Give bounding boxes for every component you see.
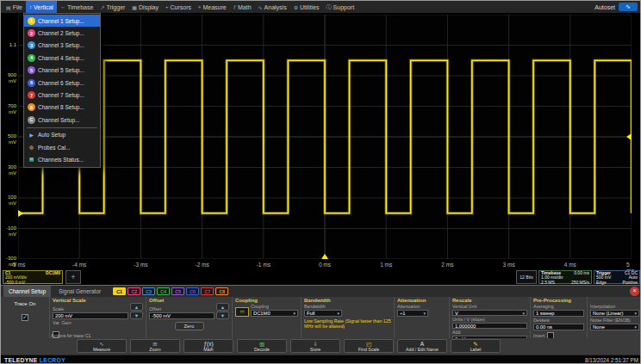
menu-item-channel-7-setup[interactable]: 7Channel 7 Setup... xyxy=(24,89,100,101)
menu-label: Math xyxy=(238,4,252,10)
x-axis-label: 0 ms xyxy=(319,262,331,268)
menu-cursors[interactable]: +Cursors xyxy=(162,1,195,13)
y-axis-label: 700 mV xyxy=(1,103,16,115)
add-field[interactable]: 0 μV xyxy=(452,336,527,338)
timebase-menu-icon: ↔ xyxy=(60,4,65,9)
dialog-header: Channel Setup Signal Generator C1C2C3C4C… xyxy=(1,286,641,297)
channel-chip-c2[interactable]: C2 xyxy=(128,287,140,295)
menu-item-label: Channel 2 Setup... xyxy=(38,30,84,36)
offset-value-field[interactable]: -500 mV xyxy=(149,312,215,319)
close-dialog-icon[interactable] xyxy=(630,287,639,296)
menu-analysis[interactable]: ∿Analysis xyxy=(255,1,290,13)
channel-chip-c3[interactable]: C3 xyxy=(142,287,155,295)
vertical-unit-dropdown[interactable]: V xyxy=(452,310,527,316)
menu-support[interactable]: ⓘSupport xyxy=(323,1,358,13)
scale-increase-button[interactable] xyxy=(130,303,143,311)
channel-chip-c7[interactable]: C7 xyxy=(201,287,214,295)
menu-right: Autoset xyxy=(594,1,640,13)
deskew-field[interactable]: 0.00 ns xyxy=(533,324,584,330)
add-value: 0 μV xyxy=(455,336,465,339)
bandwidth-dropdown[interactable]: Full xyxy=(304,310,342,317)
action-add-edit-name-button[interactable]: AAdd / Edit Name xyxy=(397,339,447,353)
attenuation-dropdown[interactable]: ÷1 xyxy=(397,310,428,317)
clock: 8/13/2024 2:51:37 PM xyxy=(585,357,638,363)
channel-chip-c1[interactable]: C1 xyxy=(113,287,126,295)
utilities-menu-icon: ⚙ xyxy=(294,4,298,10)
menu-item-channel-3-setup[interactable]: 3Channel 3 Setup... xyxy=(24,40,100,52)
menu-item-channels-status[interactable]: ▤Channels Status... xyxy=(24,153,100,165)
menu-item-channel-6-setup[interactable]: 6Channel 6 Setup... xyxy=(24,77,100,89)
menu-item-channel-5-setup[interactable]: 5Channel 5 Setup... xyxy=(24,65,100,77)
vertical-unit-label: Vertical Unit xyxy=(450,303,530,309)
display-menu-icon: ▦ xyxy=(132,4,137,10)
trigger-time-marker[interactable] xyxy=(321,254,328,259)
timebase-descriptor-box[interactable]: Timebase 0.00 ms 1.00 ms/div 2.5 MS 250 … xyxy=(538,270,592,284)
invert-checkbox[interactable] xyxy=(547,332,554,338)
slope-field[interactable]: 1.000000 xyxy=(452,323,527,329)
c1-descriptor-coupling: DC1M0 xyxy=(46,271,60,275)
menu-utilities[interactable]: ⚙Utilities xyxy=(290,1,323,13)
c1-descriptor-box[interactable]: C1 DC1M0 200 mV/div -500.0 mV xyxy=(3,270,63,284)
add-trace-button[interactable]: + xyxy=(65,270,81,284)
action-find-scale-button[interactable]: ◰Find Scale xyxy=(344,339,394,353)
menu-item-probes-cal[interactable]: ◎Probes Cal... xyxy=(24,141,100,153)
tab-channel-setup[interactable]: Channel Setup xyxy=(3,286,51,297)
averaging-field[interactable]: 1 sweep xyxy=(533,310,584,317)
menu-item-label: Channel 6 Setup... xyxy=(38,80,84,86)
menu-label: File xyxy=(13,4,22,10)
channel-chip-c5[interactable]: C5 xyxy=(171,287,184,295)
coupling-dropdown[interactable]: DC1M0 xyxy=(251,310,298,317)
tab-signal-generator[interactable]: Signal Generator xyxy=(53,286,106,297)
menu-trigger[interactable]: ↗Trigger xyxy=(96,1,128,13)
menu-item-channel-1-setup[interactable]: 1Channel 1 Setup... xyxy=(24,15,100,27)
menu-vertical[interactable]: ↕Vertical xyxy=(26,1,57,13)
menu-file[interactable]: ▤File xyxy=(3,1,26,13)
bandwidth-value: Full xyxy=(307,311,314,316)
channel-chip-c4[interactable]: C4 xyxy=(157,287,170,295)
scale-value-field[interactable]: 200 mV xyxy=(53,312,128,319)
slope-label: Units / V (slope) xyxy=(450,316,530,322)
slope-value: 1.000000 xyxy=(455,324,476,329)
menu-item-channel-setup[interactable]: CChannel Setup... xyxy=(24,114,100,126)
menu-bar: ▤File↕Vertical↔Timebase↗Trigger▦Display+… xyxy=(1,1,640,13)
x-axis-label: 3 ms xyxy=(503,262,515,268)
noise-filter-dropdown[interactable]: None xyxy=(590,324,639,330)
autoset-button[interactable]: Autoset xyxy=(594,4,615,10)
trigger-descriptor-box[interactable]: Trigger C1 DC 500 mV Auto Edge Positive xyxy=(594,270,640,284)
channel-3-setup-icon: 3 xyxy=(28,41,35,49)
offset-increase-button[interactable] xyxy=(216,303,229,311)
channel-chip-c8[interactable]: C8 xyxy=(215,287,228,295)
menu-math[interactable]: ƒMath xyxy=(230,1,255,13)
trace-on-label: Trace On xyxy=(1,300,49,306)
menu-item-auto-setup[interactable]: ▶Auto Setup xyxy=(24,129,100,141)
channel-chip-c6[interactable]: C6 xyxy=(186,287,199,295)
action-store-button[interactable]: ⇩Store xyxy=(290,339,340,353)
action-label-button[interactable]: ✎Label xyxy=(451,339,501,353)
trace-on-checkbox[interactable] xyxy=(22,314,28,321)
menu-display[interactable]: ▦Display xyxy=(128,1,162,13)
action-decode-button[interactable]: ▥Decode xyxy=(237,339,287,353)
action-zoom-button[interactable]: ⊞Zoom xyxy=(130,339,180,353)
averaging-value: 1 sweep xyxy=(536,311,555,316)
scale-decrease-button[interactable] xyxy=(130,312,143,319)
coupling-value: DC1M0 xyxy=(253,311,271,316)
zero-offset-button[interactable]: Zero xyxy=(175,322,204,330)
menu-item-channel-8-setup[interactable]: 8Channel 8 Setup... xyxy=(24,102,100,114)
rescale-title: Rescale xyxy=(450,297,530,303)
menu-timebase[interactable]: ↔Timebase xyxy=(57,1,96,13)
trigger-level-marker[interactable] xyxy=(626,133,632,140)
offset-decrease-button[interactable] xyxy=(216,312,229,319)
action-math-button[interactable]: ƒ(x)Math xyxy=(184,339,233,353)
menu-measure[interactable]: ⌖Measure xyxy=(195,1,230,13)
channel-4-setup-icon: 4 xyxy=(28,54,35,62)
coupling-section: Coupling Coupling DC1M0 xyxy=(232,297,301,338)
trace-on-section: Trace On xyxy=(1,297,49,338)
channel-1-setup-icon: 1 xyxy=(28,17,35,25)
c1-zero-level-marker[interactable] xyxy=(18,210,23,217)
action-measure-button[interactable]: ∿Measure xyxy=(77,339,127,353)
interpolation-dropdown[interactable]: None (Linear) xyxy=(590,310,639,317)
channel-2-setup-icon: 2 xyxy=(28,29,35,37)
menu-item-channel-2-setup[interactable]: 2Channel 2 Setup... xyxy=(24,27,100,39)
zoom-icon: ⊞ xyxy=(152,341,157,347)
menu-item-channel-4-setup[interactable]: 4Channel 4 Setup... xyxy=(24,52,100,64)
